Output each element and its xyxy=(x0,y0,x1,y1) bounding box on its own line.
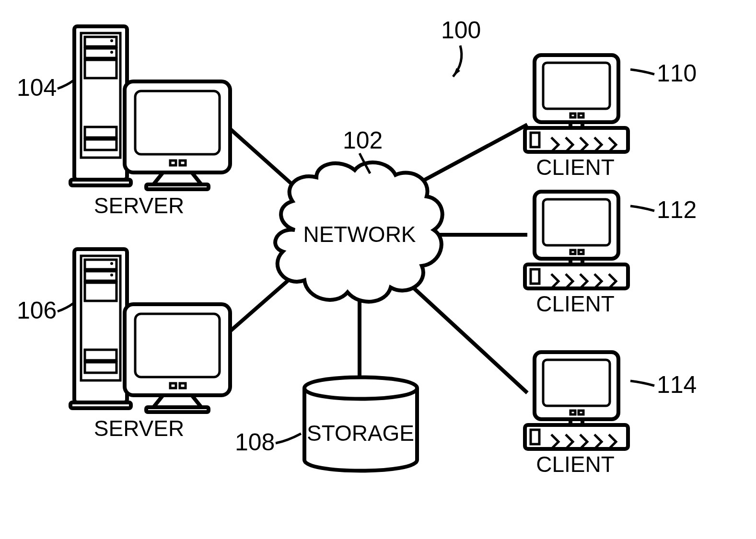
server-106 xyxy=(70,249,230,412)
client-110 xyxy=(525,55,628,152)
svg-text:114: 114 xyxy=(657,371,697,398)
storage-cylinder: STORAGE xyxy=(304,378,417,471)
network-cloud: NETWORK xyxy=(275,162,442,302)
svg-text:104: 104 xyxy=(17,74,57,101)
svg-text:100: 100 xyxy=(441,17,481,44)
client-114-label: CLIENT xyxy=(536,452,615,477)
ref-106: 106 xyxy=(17,297,73,324)
svg-text:112: 112 xyxy=(657,196,697,223)
storage-label: STORAGE xyxy=(307,421,414,446)
svg-text:108: 108 xyxy=(235,429,275,456)
ref-108: 108 xyxy=(235,429,301,456)
ref-114: 114 xyxy=(630,371,697,398)
network-diagram: NETWORK 102 100 STORAGE 108 xyxy=(0,0,756,539)
server-106-label: SERVER xyxy=(94,416,184,441)
svg-text:106: 106 xyxy=(17,297,57,324)
ref-100: 100 xyxy=(441,17,481,77)
svg-text:110: 110 xyxy=(657,60,697,87)
ref-110: 110 xyxy=(630,60,697,87)
network-label: NETWORK xyxy=(303,222,416,247)
server-104-label: SERVER xyxy=(94,193,184,218)
client-112 xyxy=(525,192,628,288)
client-112-label: CLIENT xyxy=(536,291,615,316)
ref-112: 112 xyxy=(630,196,697,223)
server-104 xyxy=(70,26,230,189)
ref-104: 104 xyxy=(17,74,73,101)
svg-text:102: 102 xyxy=(343,127,383,154)
client-114 xyxy=(525,352,628,449)
client-110-label: CLIENT xyxy=(536,155,615,180)
svg-line-4 xyxy=(403,278,527,393)
